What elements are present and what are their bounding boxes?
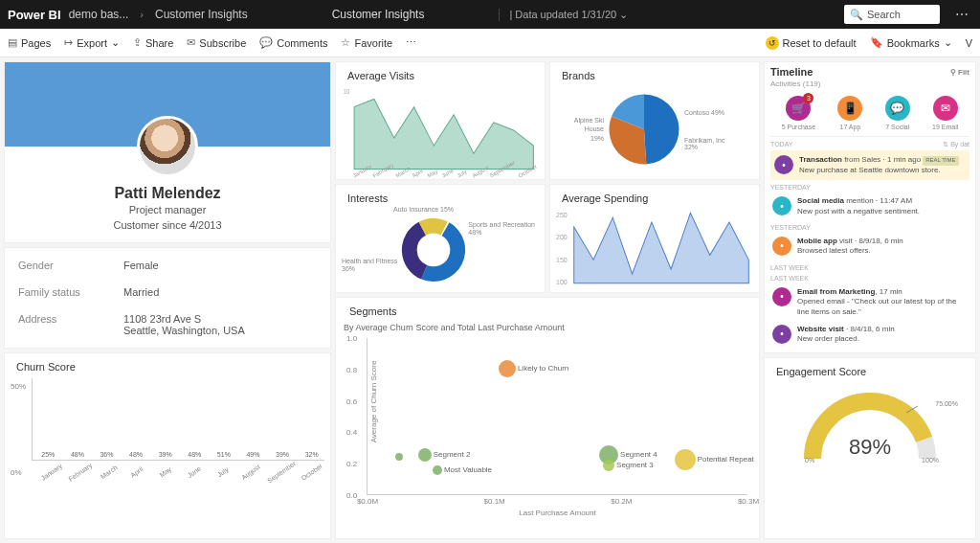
- report-title: Customer Insights: [332, 8, 425, 21]
- export-button[interactable]: ↦Export ⌄: [64, 36, 120, 49]
- export-icon: ↦: [64, 36, 73, 49]
- chevron-down-icon: ⌄: [619, 9, 628, 20]
- more-menu-icon[interactable]: ⋯: [955, 7, 969, 22]
- timeline-item[interactable]: •Email from Marketing, 17 minOpened emai…: [770, 283, 969, 321]
- report-toolbar: ▤Pages ↦Export ⌄ ⇪Share ✉Subscribe 💬Comm…: [0, 29, 980, 57]
- overflow-icon[interactable]: ⋯: [406, 36, 416, 49]
- detail-address: Address1108 23rd Ave S Seattle, Washingt…: [5, 305, 330, 344]
- comments-button[interactable]: 💬Comments: [259, 36, 327, 49]
- sort-by-date-button[interactable]: ⇅ By dat: [943, 141, 969, 148]
- search-input[interactable]: 🔍 Search: [844, 5, 940, 24]
- comments-icon: 💬: [259, 36, 273, 49]
- detail-gender: GenderFemale: [5, 252, 330, 279]
- interests-chart[interactable]: Interests Auto Insurance 15% Sports and …: [335, 184, 546, 293]
- pages-button[interactable]: ▤Pages: [8, 36, 51, 49]
- share-icon: ⇪: [133, 36, 142, 49]
- chevron-down-icon: ⌄: [944, 36, 952, 49]
- timeline-item[interactable]: •Transaction from Sales · 1 min agoREAL …: [770, 150, 969, 180]
- reset-icon: ↺: [766, 36, 779, 50]
- star-icon: ☆: [341, 36, 350, 49]
- customer-details: GenderFemale Family statusMarried Addres…: [4, 247, 331, 349]
- data-updated-label[interactable]: | Data updated 1/31/20 ⌄: [499, 9, 628, 21]
- timeline-card: Timeline ⚲ Filt Activities (119) 🛒35 Pur…: [764, 61, 976, 353]
- subscribe-button[interactable]: ✉Subscribe: [187, 36, 246, 49]
- timeline-summary-item[interactable]: ✉19 Email: [932, 96, 958, 130]
- timeline-title: Timeline: [770, 66, 813, 78]
- pages-icon: ▤: [8, 36, 17, 49]
- timeline-summary-item[interactable]: 🛒35 Purchase: [782, 96, 815, 130]
- chevron-down-icon: ⌄: [111, 36, 120, 49]
- profile-title: Project manager: [5, 204, 330, 215]
- segments-chart[interactable]: Segments By Average Churn Score and Tota…: [335, 297, 760, 539]
- average-spending-chart[interactable]: Average Spending 250 200 150 100: [549, 184, 760, 293]
- timeline-item[interactable]: •Mobile app visit · 8/9/18, 6 minBrowsed…: [770, 233, 969, 260]
- profile-name: Patti Melendez: [5, 185, 330, 202]
- average-visits-chart[interactable]: Average Visits 10 JanuaryFebruaryMarchAp…: [335, 61, 546, 180]
- timeline-activities-count: Activities (119): [770, 79, 969, 88]
- timeline-item[interactable]: •Social media mention · 11:47 AMNew post…: [770, 192, 969, 220]
- bookmarks-button[interactable]: 🔖Bookmarks ⌄: [870, 36, 952, 49]
- top-bar: Power BI demo bas... › Customer Insights…: [0, 0, 980, 29]
- svg-text:10: 10: [344, 88, 350, 94]
- subscribe-icon: ✉: [187, 36, 195, 49]
- view-button[interactable]: V: [966, 37, 972, 49]
- profile-card: Patti Melendez Project manager Customer …: [4, 61, 331, 243]
- engagement-score-card[interactable]: Engagement Score 89% 0% 100% 75.00%: [764, 357, 976, 539]
- breadcrumb-report[interactable]: Customer Insights: [155, 8, 248, 21]
- share-button[interactable]: ⇪Share: [133, 36, 173, 49]
- brand-label: Power BI: [8, 8, 61, 22]
- timeline-summary-item[interactable]: 📱17 App: [837, 96, 862, 130]
- bookmark-icon: 🔖: [870, 36, 883, 49]
- favorite-button[interactable]: ☆Favorite: [341, 36, 392, 49]
- reset-button[interactable]: ↺Reset to default: [766, 36, 857, 50]
- breadcrumb-workspace[interactable]: demo bas...: [69, 8, 129, 21]
- timeline-item[interactable]: •Website visit · 8/4/18, 6 minNew order …: [770, 321, 969, 349]
- brands-chart[interactable]: Brands Alpine Ski House 19% Contoso 49% …: [549, 61, 760, 180]
- profile-since: Customer since 4/2013: [5, 219, 330, 231]
- timeline-summary-item[interactable]: 💬7 Social: [885, 96, 910, 130]
- search-icon: 🔍: [850, 9, 863, 21]
- churn-score-chart[interactable]: Churn Score 50% 0% 25%48%36%48%39%48%51%…: [4, 352, 331, 539]
- timeline-filter-button[interactable]: ⚲ Filt: [950, 68, 969, 77]
- detail-family: Family statusMarried: [5, 279, 330, 305]
- avatar: [137, 116, 198, 177]
- chevron-right-icon: ›: [140, 9, 144, 20]
